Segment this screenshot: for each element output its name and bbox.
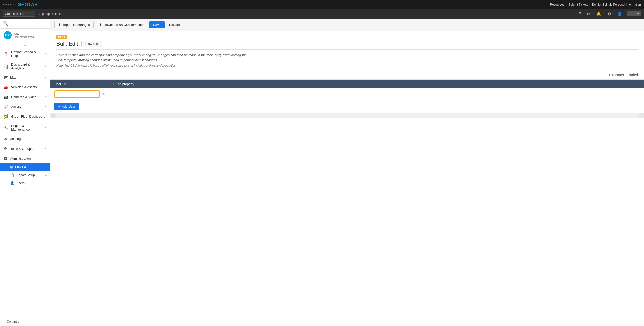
- att-logo: AT&T: [4, 31, 12, 39]
- add-property-cell: [109, 88, 644, 100]
- bulk-edit-icon: ⊞: [10, 165, 13, 169]
- import-btn-label: Import list changes: [62, 23, 90, 27]
- sidebar-item-administration[interactable]: 🏛 Administration ▴: [0, 154, 50, 163]
- discard-button[interactable]: Discard: [167, 21, 183, 28]
- mail-icon-btn[interactable]: ✉: [586, 11, 591, 17]
- engine-icon: 🔧: [4, 125, 9, 130]
- sidebar-item-vehicles[interactable]: 🚗 Vehicles & Assets: [0, 82, 50, 92]
- top-bar-left: Powered by GEOTAB: [3, 2, 38, 7]
- vehicles-icon: 🚗: [4, 85, 9, 89]
- import-list-changes-button[interactable]: ⬆ Import list changes: [54, 21, 94, 28]
- administration-icon: 🏛: [4, 156, 8, 161]
- cameras-icon: 📷: [4, 95, 9, 99]
- sidebar-child-label-users: Users: [16, 181, 47, 185]
- scroll-right-button[interactable]: ›: [638, 113, 644, 118]
- search-button[interactable]: 🔍: [3, 21, 47, 26]
- sidebar-item-label-map: Map: [10, 76, 43, 79]
- table-header: User ✏ + Add property: [50, 80, 644, 88]
- sidebar-item-green-fleet[interactable]: 🌿 Green Fleet Dashboard: [0, 112, 50, 121]
- col-add-property-label: Add property: [115, 82, 134, 86]
- submit-tickets-link[interactable]: Submit Tickets: [569, 3, 588, 6]
- rules-icon: ⚙: [4, 146, 7, 151]
- sidebar-item-getting-started[interactable]: ❓ Getting Started & Help ▾: [0, 48, 50, 60]
- sidebar-item-label-vehicles: Vehicles & Assets: [11, 85, 47, 89]
- users-icon: 👤: [10, 181, 14, 185]
- user-profile-icon-btn[interactable]: 👤: [616, 11, 623, 17]
- activity-icon: 📈: [4, 104, 9, 109]
- sidebar-item-rules[interactable]: ⚙ Rules & Groups ▾: [0, 144, 50, 154]
- add-user-btn-label: Add User: [62, 105, 75, 108]
- sidebar-item-users[interactable]: 👤 Users: [0, 179, 50, 187]
- beta-badge: BETA: [56, 35, 67, 39]
- dashboard-icon: 📊: [4, 64, 9, 69]
- sidebar-item-report-setup[interactable]: 📋 Report Setup... ▸: [0, 171, 50, 179]
- sidebar-scroll-up[interactable]: ▴: [0, 42, 50, 48]
- sidebar-item-label-messages: Messages: [9, 137, 47, 141]
- user-dropdown[interactable]: [54, 90, 100, 98]
- sidebar-search-section: 🔍: [0, 19, 50, 29]
- show-help-button[interactable]: Show help: [81, 41, 102, 47]
- download-csv-button[interactable]: ⬇ Download as CSV template: [96, 21, 147, 28]
- sidebar-item-label-green-fleet: Green Fleet Dashboard: [11, 115, 47, 118]
- sidebar-item-label-administration: Administration: [10, 157, 43, 160]
- page-title: Bulk Edit: [56, 41, 78, 47]
- sidebar-logo-name: AT&T: [14, 32, 34, 35]
- bell-icon-btn[interactable]: 🔔: [595, 11, 602, 17]
- messages-icon: ✉: [4, 136, 7, 141]
- map-icon: 🗺: [4, 75, 8, 80]
- sidebar-item-label-engine: Engine & Maintenance: [11, 124, 43, 131]
- sidebar-child-label-bulk-edit: Bulk Edit: [15, 165, 47, 169]
- note-text: Note: The CSV template is based off of y…: [56, 64, 638, 67]
- powered-by-label: Powered by: [3, 3, 15, 6]
- save-btn-label: Save: [153, 23, 161, 27]
- sidebar-item-messages[interactable]: ✉ Messages: [0, 134, 50, 144]
- scroll-left-button[interactable]: ‹: [50, 113, 56, 118]
- sidebar-item-dashboard[interactable]: 📊 Dashboard & Analytics ▾: [0, 60, 50, 73]
- groups-filter-label: Groups filter: [5, 12, 21, 16]
- resources-link[interactable]: Resources: [550, 3, 565, 6]
- add-user-button[interactable]: + Add User: [54, 103, 79, 110]
- top-bar: Powered by GEOTAB Resources Submit Ticke…: [0, 0, 644, 9]
- table-row-add-user: + Add User: [50, 100, 644, 113]
- top-bar-right: Resources Submit Tickets Do Not Sell My …: [550, 3, 641, 6]
- sidebar-logo-section: AT&T AT&T Fleet Management: [0, 29, 50, 42]
- cameras-arrow-icon: ▾: [45, 95, 47, 99]
- scroll-bar-row: ‹ ›: [50, 113, 644, 118]
- sidebar-item-cameras[interactable]: 📷 Cameras & Video ▾: [0, 92, 50, 102]
- user-dropdown-settings-icon[interactable]: ◎: [102, 92, 105, 96]
- table-header-row: User ✏ + Add property: [50, 80, 644, 88]
- groups-filter-select[interactable]: Groups filter ▾: [3, 11, 35, 17]
- sidebar-item-label-dashboard: Dashboard & Analytics: [11, 63, 43, 70]
- green-fleet-icon: 🌿: [4, 114, 9, 119]
- search-icon: 🔍: [3, 21, 8, 26]
- rules-arrow-icon: ▾: [45, 147, 47, 150]
- map-arrow-icon: ▾: [45, 76, 47, 79]
- help-icon-btn[interactable]: ?: [578, 11, 582, 17]
- all-groups-text: All groups selected: [38, 12, 63, 16]
- sidebar-child-label-report-setup: Report Setup...: [16, 173, 43, 177]
- bulk-edit-table: User ✏ + Add property: [50, 80, 644, 113]
- col-user-edit-icon[interactable]: ✏: [64, 82, 66, 86]
- groups-bar-icons: ? ✉ 🔔 ⚙ 👤 ▾: [578, 11, 641, 17]
- collapse-button[interactable]: ‹ Collapse: [0, 317, 50, 326]
- col-add-property-header[interactable]: + Add property: [109, 80, 644, 88]
- dashboard-arrow-icon: ▾: [45, 65, 47, 68]
- settings-icon-btn[interactable]: ⚙: [607, 11, 612, 17]
- sidebar-scroll-down[interactable]: ▾: [0, 187, 50, 193]
- col-user-header: User ✏: [50, 80, 109, 88]
- sidebar-item-activity[interactable]: 📈 Activity ▾: [0, 102, 50, 112]
- administration-arrow-icon: ▴: [45, 157, 47, 160]
- report-setup-icon: 📋: [10, 173, 14, 177]
- do-not-sell-link[interactable]: Do Not Sell My Personal Information: [592, 3, 641, 6]
- discard-btn-label: Discard: [169, 23, 180, 27]
- groups-filter-arrow-icon: ▾: [23, 13, 24, 15]
- sidebar-item-bulk-edit[interactable]: ⊞ Bulk Edit: [0, 163, 50, 171]
- download-btn-label: Download as CSV template: [104, 23, 144, 27]
- sidebar-item-engine[interactable]: 🔧 Engine & Maintenance ▾: [0, 121, 50, 134]
- sidebar-item-map[interactable]: 🗺 Map ▾: [0, 73, 50, 82]
- save-button[interactable]: Save: [149, 21, 165, 28]
- sidebar-item-label-rules: Rules & Groups: [10, 147, 43, 151]
- page-title-row: Bulk Edit Show help: [56, 41, 638, 47]
- main-layout: 🔍 AT&T AT&T Fleet Management ▴ ❓ Getting…: [0, 19, 644, 326]
- user-badge[interactable]: ▾: [627, 11, 641, 16]
